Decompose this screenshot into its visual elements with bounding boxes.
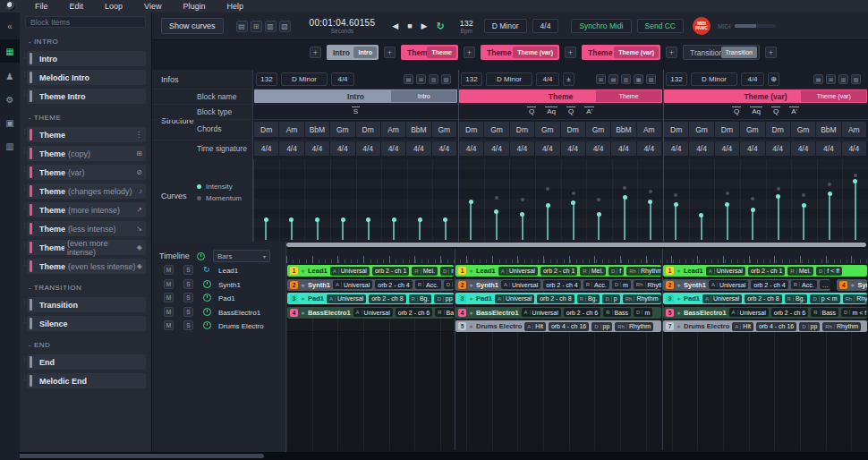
clip-synth1[interactable]: 2∗Synth1AUniversalorb 2 - ch 4RAcc.DpRhR… [287,279,454,291]
block-items-search-input[interactable]: Block Items [25,16,146,28]
menu-file[interactable]: File [24,2,59,11]
mixer-icon[interactable]: ▣ [0,113,20,132]
timesig-cell[interactable]: 4/4 [330,141,354,156]
momentum-point[interactable] [546,187,549,191]
chord-cell[interactable]: Gm [330,122,354,137]
chord-cell[interactable]: Dm [766,122,790,137]
drag-handle-icon[interactable]: ⋮ [21,167,28,171]
block-tool-icon[interactable]: ▦ [634,74,643,84]
menu-view[interactable]: View [133,2,172,11]
drag-handle-icon[interactable]: ⋮ [21,149,28,152]
add-block-button[interactable]: + [765,47,777,58]
momentum-point[interactable] [623,186,626,190]
block-key-value[interactable]: D Minor [691,72,737,86]
solo-button[interactable]: S [183,320,193,330]
collapse-sidebar-icon[interactable]: « [0,16,20,36]
drag-handle-icon[interactable]: ⋮ [21,205,28,209]
block-timesig-value[interactable]: 4/4 [331,72,354,86]
drag-handle-icon[interactable]: ⋮ [21,319,28,322]
drag-handle-icon[interactable]: ⋮ [21,72,28,76]
sidebar-item-theme-intro[interactable]: ⋮Theme Intro [27,89,146,104]
show-curves-button[interactable]: Show curves [161,18,224,34]
intensity-point[interactable] [571,200,575,205]
intensity-point[interactable] [699,213,703,217]
sidebar-item-intro[interactable]: ⋮Intro [27,51,146,66]
power-icon[interactable] [203,280,211,288]
send-cc-button[interactable]: Send CC [637,19,685,33]
add-block-button[interactable]: + [464,47,475,58]
sidebar-item-melodic-intro[interactable]: ⋮Melodic Intro [27,70,146,85]
intensity-point[interactable] [494,209,498,214]
chord-cell[interactable]: Am [637,122,661,137]
momentum-point[interactable] [828,183,831,186]
block-name-bar[interactable]: IntroIntro [254,89,457,103]
menu-loop[interactable]: Loop [94,2,133,11]
timeline-ruler[interactable] [286,249,868,264]
solo-button[interactable]: S [183,293,193,302]
intensity-point[interactable] [648,200,652,204]
mute-button[interactable]: M [164,307,174,317]
sidebar-section-title[interactable]: - END [29,341,151,349]
sidebar-item-theme-copy-[interactable]: ⋮Theme(copy)⊞ [27,146,146,161]
track-name[interactable]: Pad1 [218,294,235,302]
solo-button[interactable]: S [183,265,193,275]
block-timesig-value[interactable]: 4/4 [741,72,764,86]
blocks-icon[interactable]: ▦ [0,39,20,63]
clip-synth1[interactable]: 2∗Synth1AUniversalorb 2 - ch 4RAcc.DmRhR… [455,279,661,291]
menu-edit[interactable]: Edit [59,2,95,11]
skip-start-icon[interactable]: ◀ [392,21,398,30]
block-tool-icon[interactable]: ⊞ [416,74,426,84]
intensity-point[interactable] [725,202,729,207]
sidebar-item-theme-changes-melody-[interactable]: ⋮Theme(changes melody)♪ [27,183,146,199]
add-block-button[interactable]: + [384,47,396,58]
intensity-point[interactable] [853,179,857,183]
piano-icon[interactable]: ▥ [0,136,20,156]
timesig-cell[interactable]: 4/4 [664,141,688,156]
block-tool-icon[interactable]: ⊞ [826,74,836,84]
drag-handle-icon[interactable]: ⋮ [21,130,28,133]
sidebar-item-transition[interactable]: ⋮Transition [27,297,146,312]
menu-help[interactable]: Help [216,2,254,11]
scrollbar-thumb[interactable] [3,454,264,458]
clip-synth1[interactable]: 2∗Synth1AUniversalorb 2 - ch 4RAcc.… [663,279,830,291]
block-tool-icon[interactable]: ▤ [404,74,413,84]
timeline-clock-icon[interactable] [197,252,205,260]
momentum-point[interactable] [802,193,805,197]
chord-cell[interactable]: Gm [586,122,610,137]
chord-cell[interactable]: BbM [816,122,840,137]
mute-button[interactable]: M [164,279,174,289]
sidebar-item-end[interactable]: ⋮End [27,354,146,370]
momentum-point[interactable] [777,187,780,191]
chord-cell[interactable]: Dm [715,122,739,137]
block-key-value[interactable]: D Minor [486,72,532,86]
chord-cell[interactable]: Dm [356,122,380,137]
timeline-zoom-scrollbar[interactable] [286,243,866,247]
mixer-view-icon[interactable]: ▥ [265,21,277,32]
add-block-button[interactable]: + [565,47,576,58]
clip-lead1[interactable]: 1∗Lead1AUniversalorb 2 - ch 1RMel.DfRhRh… [455,265,661,277]
block-tool-icon[interactable]: ▤ [608,74,618,84]
chord-cell[interactable]: Gm [689,122,713,137]
track-name[interactable]: Synth1 [218,281,241,289]
clip-lead1[interactable]: 1∗Lead1AUniversalorb 2 - ch 1RMel.DmRhRh… [287,265,454,277]
block-type-row[interactable]: QAqQA' [663,104,868,119]
block-tool-icon[interactable]: ▧ [441,74,451,84]
timesig-cell[interactable]: 4/4 [842,141,866,156]
chord-cell[interactable]: Dm [510,122,534,137]
clip-basselectro1[interactable]: 4∗BassElectro1AUniversalorb 2 - ch 6RBas… [455,307,661,319]
timesig-selector[interactable]: 4/4 [532,19,559,33]
sidebar-section-title[interactable]: - INTRO [29,38,151,46]
timesig-cell[interactable]: 4/4 [715,141,739,156]
timesig-cell[interactable]: 4/4 [484,141,508,156]
intensity-point[interactable] [289,217,294,222]
drag-handle-icon[interactable]: ⋮ [21,91,28,95]
clip-basselectro1[interactable]: 5∗BassElectro1AUniversalorb 2 - ch 6RBas… [663,307,867,319]
mute-button[interactable]: M [164,293,174,302]
intensity-point[interactable] [623,195,627,200]
block-extra-button[interactable]: ± [563,72,574,86]
midi-panic-button[interactable]: MIDI PANIC [693,17,711,35]
intensity-point[interactable] [341,217,345,222]
timesig-cell[interactable]: 4/4 [305,141,329,156]
momentum-point[interactable] [854,174,857,177]
synchro-midi-button[interactable]: Synchro Midi [571,19,631,33]
